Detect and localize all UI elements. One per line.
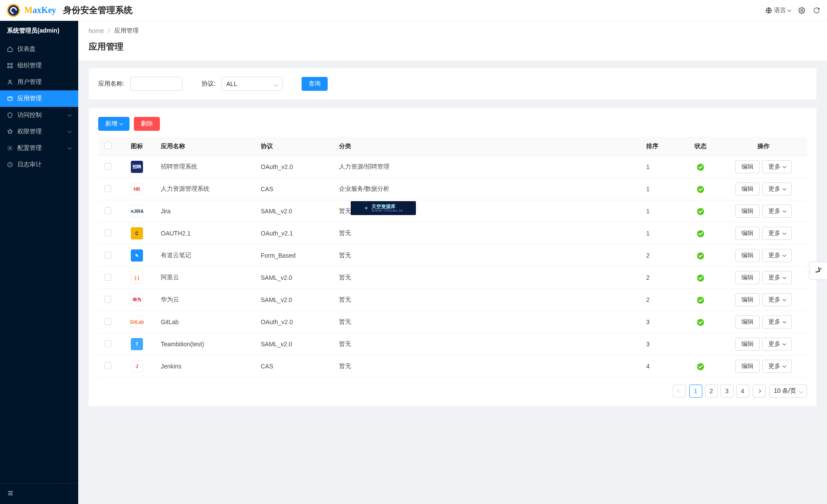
sidebar-item-0[interactable]: 仪表盘: [0, 41, 78, 57]
add-button[interactable]: 新增: [98, 117, 130, 131]
cell-protocol: Form_Based: [256, 245, 335, 267]
row-checkbox[interactable]: [104, 296, 111, 303]
svg-rect-3: [11, 63, 13, 65]
settings-button[interactable]: [798, 7, 805, 14]
sidebar-item-1[interactable]: 组织管理: [0, 57, 78, 74]
edit-button[interactable]: 编辑: [735, 182, 760, 196]
accessibility-fab[interactable]: [810, 262, 827, 279]
cell-category: 暂无: [335, 311, 642, 333]
page-next-button[interactable]: [753, 385, 766, 398]
edit-button[interactable]: 编辑: [735, 249, 760, 262]
cell-sort: 2: [642, 267, 681, 289]
page-button-2[interactable]: 2: [705, 385, 718, 398]
more-button[interactable]: 更多: [762, 182, 792, 196]
cell-category: 暂无: [335, 222, 642, 245]
app-name-input[interactable]: [130, 77, 183, 91]
edit-button[interactable]: 编辑: [735, 315, 760, 328]
chevron-down-icon: [783, 275, 786, 279]
page-prev-button[interactable]: [673, 385, 686, 398]
select-all-checkbox[interactable]: [104, 142, 111, 149]
shield-icon: [7, 112, 13, 118]
cell-sort: 4: [642, 355, 681, 378]
more-button[interactable]: 更多: [762, 360, 792, 373]
sidebar-collapse-button[interactable]: [0, 483, 78, 504]
more-button[interactable]: 更多: [762, 315, 792, 328]
table-row: JJenkinsCAS暂无4编辑更多: [98, 355, 807, 378]
svg-rect-5: [11, 66, 13, 68]
row-checkbox[interactable]: [104, 318, 111, 325]
chevron-down-icon: [783, 253, 786, 257]
row-checkbox[interactable]: [104, 274, 111, 281]
cell-sort: 3: [642, 333, 681, 355]
more-button[interactable]: 更多: [762, 227, 792, 240]
page-button-4[interactable]: 4: [736, 385, 749, 398]
status-ok-icon: [697, 297, 704, 304]
chevron-left-icon: [677, 389, 681, 393]
table-row: ✕JIRAJiraSAML_v2.0暂无1编辑更多: [98, 200, 807, 222]
sidebar-item-3[interactable]: 应用管理: [0, 90, 78, 107]
more-button[interactable]: 更多: [762, 338, 792, 351]
delete-button[interactable]: 删除: [134, 117, 160, 131]
more-button[interactable]: 更多: [762, 160, 792, 173]
chevron-down-icon: [783, 209, 786, 212]
row-checkbox[interactable]: [104, 229, 111, 236]
page-size-select[interactable]: 10 条/页: [769, 385, 807, 398]
table-row: 招聘招聘管理系统OAuth_v2.0人力资源/招聘管理1编辑更多: [98, 156, 807, 178]
row-ops: 编辑更多: [724, 338, 803, 351]
cell-status: [681, 222, 720, 245]
svg-point-10: [820, 268, 821, 269]
col-ops: 操作: [720, 137, 807, 156]
page-title: 应用管理: [78, 39, 827, 60]
cell-name: Jenkins: [156, 355, 256, 378]
cell-status: [681, 156, 720, 178]
row-ops: 编辑更多: [724, 227, 803, 240]
edit-button[interactable]: 编辑: [735, 160, 760, 173]
apps-table: 图标 应用名称 协议 分类 排序 状态 操作 招聘招聘管理系统OAuth_v2.…: [98, 137, 807, 378]
language-dropdown[interactable]: 语言: [765, 7, 790, 14]
page-button-3[interactable]: 3: [721, 385, 734, 398]
cell-name: 阿里云: [156, 267, 256, 289]
sidebar-item-4[interactable]: 访问控制: [0, 107, 78, 123]
edit-button[interactable]: 编辑: [735, 227, 760, 240]
row-checkbox[interactable]: [104, 340, 111, 347]
chevron-down-icon: [120, 122, 123, 125]
cell-name: 招聘管理系统: [156, 156, 256, 178]
more-button[interactable]: 更多: [762, 293, 792, 306]
row-ops: 编辑更多: [724, 182, 803, 196]
row-checkbox[interactable]: [104, 185, 111, 192]
table-row: ✎有道云笔记Form_Based暂无2编辑更多: [98, 245, 807, 267]
breadcrumb-home[interactable]: home: [89, 27, 104, 34]
edit-button[interactable]: 编辑: [735, 360, 760, 373]
status-ok-icon: [697, 319, 704, 326]
more-button[interactable]: 更多: [762, 271, 792, 284]
row-checkbox[interactable]: [104, 252, 111, 259]
app-icon: C: [131, 227, 143, 239]
edit-button[interactable]: 编辑: [735, 338, 760, 351]
search-button[interactable]: 查询: [302, 77, 328, 91]
sidebar-item-2[interactable]: 用户管理: [0, 74, 78, 90]
app-icon: [7, 96, 13, 102]
breadcrumb-separator: /: [108, 27, 110, 34]
more-button[interactable]: 更多: [762, 249, 792, 262]
org-icon: [7, 63, 13, 69]
cell-status: [681, 245, 720, 267]
sidebar-item-6[interactable]: 配置管理: [0, 140, 78, 156]
row-checkbox[interactable]: [104, 362, 111, 369]
cell-name: Jira: [156, 200, 256, 222]
cell-name: GitLab: [156, 311, 256, 333]
row-checkbox[interactable]: [104, 207, 111, 214]
logo-area: MaxKey 身份安全管理系统: [7, 4, 133, 17]
edit-button[interactable]: 编辑: [735, 271, 760, 284]
edit-button[interactable]: 编辑: [735, 205, 760, 218]
sidebar-item-5[interactable]: 权限管理: [0, 123, 78, 140]
table-row: COAUTH2.1OAuth_v2.1暂无1编辑更多: [98, 222, 807, 245]
refresh-button[interactable]: [813, 7, 820, 14]
table-toolbar: 新增 删除: [98, 117, 807, 131]
protocol-select[interactable]: ALL: [222, 77, 282, 91]
chevron-down-icon: [783, 231, 786, 235]
page-button-1[interactable]: 1: [689, 385, 702, 398]
more-button[interactable]: 更多: [762, 205, 792, 218]
sidebar-item-7[interactable]: 日志审计: [0, 156, 78, 173]
row-checkbox[interactable]: [104, 163, 111, 170]
edit-button[interactable]: 编辑: [735, 293, 760, 306]
